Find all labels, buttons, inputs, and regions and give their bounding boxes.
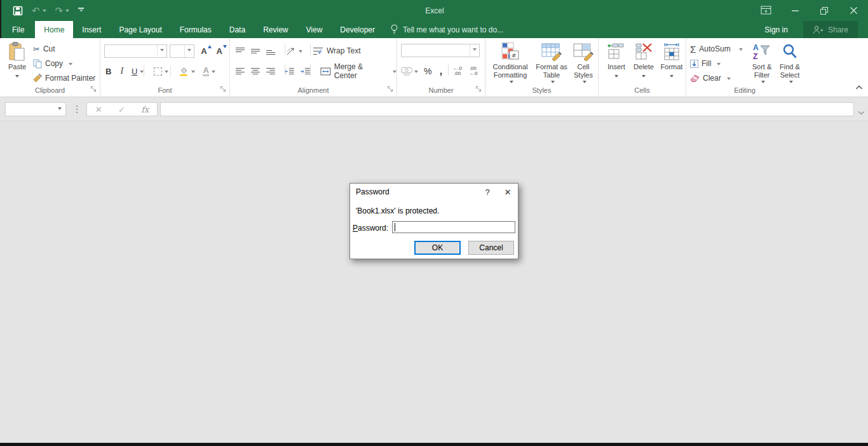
decrease-decimal-button[interactable]: .00 →.0: [468, 66, 478, 76]
find-select-button[interactable]: Find & Select: [776, 41, 803, 84]
paste-button[interactable]: Paste: [4, 41, 31, 78]
font-name-dropdown[interactable]: [157, 45, 166, 57]
name-box-dropdown[interactable]: [54, 103, 65, 116]
insert-function-button[interactable]: fx: [141, 105, 149, 114]
paste-caret-icon: [15, 75, 19, 79]
name-box[interactable]: [5, 102, 66, 116]
tab-insert[interactable]: Insert: [73, 21, 110, 38]
sort-filter-caret-icon: [761, 81, 765, 85]
cancel-entry-button[interactable]: ✕: [95, 105, 102, 114]
font-size-combo[interactable]: [170, 44, 195, 58]
decrease-indent-icon[interactable]: [284, 67, 295, 76]
redo-button[interactable]: ↷: [55, 6, 70, 15]
password-field-label: Password:: [353, 224, 388, 233]
alignment-group-label: Alignment: [230, 86, 397, 94]
tab-data[interactable]: Data: [220, 21, 254, 38]
cell-styles-caret-icon: [583, 81, 587, 85]
decrease-font-size-button[interactable]: A: [217, 46, 226, 56]
borders-icon[interactable]: [154, 67, 162, 76]
formula-input[interactable]: [160, 102, 854, 116]
chevron-down-icon: [858, 111, 865, 115]
align-right-icon[interactable]: [266, 67, 276, 76]
tab-review[interactable]: Review: [254, 21, 297, 38]
clear-button[interactable]: Clear: [690, 71, 731, 85]
number-format-dropdown[interactable]: [470, 44, 479, 57]
comma-style-button[interactable]: ,: [439, 68, 442, 74]
font-color-caret-icon[interactable]: [212, 71, 215, 75]
formula-bar-grip[interactable]: [76, 105, 78, 107]
align-left-icon[interactable]: [235, 67, 245, 76]
clipboard-dialog-launcher[interactable]: [90, 85, 97, 94]
increase-font-size-button[interactable]: A: [201, 46, 210, 56]
accounting-format-caret-icon[interactable]: [414, 71, 418, 75]
align-center-icon[interactable]: [250, 67, 261, 76]
percent-style-button[interactable]: %: [424, 66, 431, 76]
tab-view[interactable]: View: [297, 21, 332, 38]
top-align-icon[interactable]: [235, 47, 245, 55]
font-color-button[interactable]: A: [203, 66, 208, 76]
fill-color-icon[interactable]: [179, 66, 189, 76]
tab-file[interactable]: File: [1, 21, 35, 38]
font-dialog-launcher[interactable]: [220, 85, 226, 94]
merge-center-button[interactable]: Merge & Center: [320, 62, 397, 80]
copy-label: Copy: [45, 59, 63, 68]
password-input[interactable]: [392, 221, 515, 233]
ok-button[interactable]: OK: [414, 241, 461, 255]
copy-button[interactable]: Copy: [33, 57, 72, 71]
redo-icon: ↷: [55, 6, 64, 15]
font-name-combo[interactable]: [104, 44, 167, 58]
fill-button[interactable]: Fill: [690, 57, 721, 71]
conditional-formatting-button[interactable]: ≠ Conditional Formatting: [489, 41, 531, 84]
middle-align-icon[interactable]: [250, 47, 261, 55]
minimize-button[interactable]: [780, 0, 810, 21]
number-format-combo[interactable]: [401, 44, 480, 57]
cell-styles-button[interactable]: Cell Styles: [569, 41, 597, 84]
share-button[interactable]: Share: [803, 21, 858, 38]
fill-color-caret-icon[interactable]: [191, 71, 195, 75]
save-icon: [13, 6, 23, 16]
undo-button[interactable]: ↶: [32, 6, 46, 15]
tab-formulas[interactable]: Formulas: [171, 21, 220, 38]
font-size-dropdown[interactable]: [184, 45, 194, 57]
dialog-message: 'Book1.xlsx' is protected.: [356, 206, 439, 215]
cut-icon: ✂: [33, 44, 40, 54]
save-button[interactable]: [13, 6, 23, 16]
close-button[interactable]: [839, 0, 868, 21]
tab-home[interactable]: Home: [35, 21, 73, 38]
number-group-label: Number: [397, 86, 485, 94]
bottom-align-icon[interactable]: [266, 47, 276, 55]
bold-button[interactable]: B: [105, 67, 111, 76]
autosum-button[interactable]: Σ AutoSum: [690, 42, 743, 56]
format-cells-button[interactable]: Format: [658, 41, 685, 78]
borders-caret-icon[interactable]: [165, 71, 168, 75]
alignment-dialog-launcher[interactable]: [387, 85, 393, 94]
tell-me-box[interactable]: Tell me what you want to do...: [390, 21, 503, 38]
underline-button[interactable]: U: [132, 67, 137, 76]
number-dialog-launcher[interactable]: [475, 85, 482, 94]
expand-formula-bar-button[interactable]: [858, 106, 865, 118]
orientation-caret-icon[interactable]: [299, 50, 302, 55]
dialog-close-button[interactable]: ✕: [498, 184, 518, 200]
ribbon-display-options-button[interactable]: [751, 0, 780, 21]
collapse-ribbon-button[interactable]: [855, 81, 863, 93]
sign-in-link[interactable]: Sign in: [749, 21, 803, 38]
delete-cells-button[interactable]: Delete: [630, 41, 657, 78]
increase-decimal-button[interactable]: ←.0 .00: [452, 66, 462, 76]
increase-indent-icon[interactable]: [300, 67, 311, 76]
dialog-help-button[interactable]: ?: [477, 184, 498, 200]
accounting-format-icon[interactable]: [401, 66, 413, 76]
italic-button[interactable]: I: [120, 66, 123, 76]
tab-developer[interactable]: Developer: [331, 21, 384, 38]
wrap-text-button[interactable]: Wrap Text: [313, 46, 361, 55]
cancel-button[interactable]: Cancel: [468, 241, 514, 255]
enter-entry-button[interactable]: ✓: [118, 105, 125, 114]
orientation-icon[interactable]: [286, 46, 296, 56]
insert-cells-button[interactable]: Insert: [604, 41, 629, 78]
restore-button[interactable]: [810, 0, 839, 21]
format-painter-button[interactable]: Format Painter: [33, 71, 95, 85]
tab-page-layout[interactable]: Page Layout: [110, 21, 170, 38]
format-as-table-button[interactable]: Format as Table: [534, 41, 569, 84]
sort-filter-button[interactable]: AZ Sort & Filter: [747, 41, 776, 84]
cut-button[interactable]: ✂ Cut: [33, 42, 55, 56]
customize-qat-button[interactable]: [78, 8, 84, 14]
